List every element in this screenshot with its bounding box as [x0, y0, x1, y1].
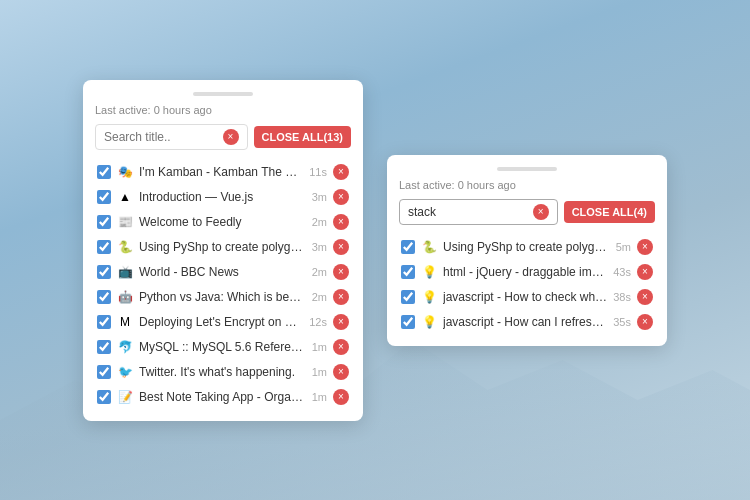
- tab-checkbox[interactable]: [97, 190, 111, 204]
- tab-close-icon[interactable]: ×: [637, 264, 653, 280]
- tab-close-icon[interactable]: ×: [333, 214, 349, 230]
- scroll-bar-2: [497, 167, 557, 171]
- tab-item: 📺 World - BBC News 2m ×: [95, 260, 351, 284]
- close-all-button-2[interactable]: CLOSE ALL(4): [564, 201, 655, 223]
- tab-checkbox[interactable]: [97, 390, 111, 404]
- tab-time: 3m: [312, 241, 327, 253]
- tab-title: html - jQuery - draggable images...: [443, 265, 607, 279]
- tab-favicon: 🐬: [117, 339, 133, 355]
- tab-time: 35s: [613, 316, 631, 328]
- tab-item: ▲ Introduction — Vue.js 3m ×: [95, 185, 351, 209]
- tab-favicon: M: [117, 314, 133, 330]
- tab-title: Welcome to Feedly: [139, 215, 306, 229]
- tab-checkbox[interactable]: [401, 265, 415, 279]
- tab-checkbox[interactable]: [401, 315, 415, 329]
- tab-title: Introduction — Vue.js: [139, 190, 306, 204]
- tab-title: Using PyShp to create polygon s...: [443, 240, 610, 254]
- tab-favicon: 💡: [421, 289, 437, 305]
- tab-item: M Deploying Let's Encrypt on an A... 12s…: [95, 310, 351, 334]
- tab-checkbox[interactable]: [97, 290, 111, 304]
- tab-time: 5m: [616, 241, 631, 253]
- tab-time: 3m: [312, 191, 327, 203]
- tab-time: 43s: [613, 266, 631, 278]
- tab-favicon: 💡: [421, 264, 437, 280]
- tab-time: 11s: [309, 166, 327, 178]
- tab-close-icon[interactable]: ×: [333, 389, 349, 405]
- search-input-2[interactable]: [408, 205, 533, 219]
- tab-item: 🤖 Python vs Java: Which is best? ... 2m …: [95, 285, 351, 309]
- tab-checkbox[interactable]: [401, 240, 415, 254]
- tab-checkbox[interactable]: [97, 265, 111, 279]
- tab-title: Best Note Taking App - Organizing...: [139, 390, 306, 404]
- tab-time: 1m: [312, 366, 327, 378]
- tab-close-icon[interactable]: ×: [333, 364, 349, 380]
- tab-checkbox[interactable]: [97, 240, 111, 254]
- tab-item: 💡 javascript - How to check wheth... 38s…: [399, 285, 655, 309]
- tab-close-icon[interactable]: ×: [637, 239, 653, 255]
- tab-favicon: 🤖: [117, 289, 133, 305]
- tab-item: 🐍 Using PyShp to create polygon s... 5m …: [399, 235, 655, 259]
- tab-close-icon[interactable]: ×: [333, 164, 349, 180]
- search-box-1[interactable]: ×: [95, 124, 248, 150]
- search-clear-2[interactable]: ×: [533, 204, 549, 220]
- tab-item: 📝 Best Note Taking App - Organizing... 1…: [95, 385, 351, 409]
- tab-close-icon[interactable]: ×: [333, 189, 349, 205]
- tab-title: World - BBC News: [139, 265, 306, 279]
- tab-title: javascript - How to check wheth...: [443, 290, 607, 304]
- tab-item: 💡 html - jQuery - draggable images... 43…: [399, 260, 655, 284]
- tab-close-icon[interactable]: ×: [637, 289, 653, 305]
- tab-favicon: 🐍: [421, 239, 437, 255]
- tab-close-icon[interactable]: ×: [333, 339, 349, 355]
- tab-list-2: 🐍 Using PyShp to create polygon s... 5m …: [399, 235, 655, 334]
- tab-checkbox[interactable]: [97, 340, 111, 354]
- close-all-button-1[interactable]: CLOSE ALL(13): [254, 126, 352, 148]
- tab-title: Deploying Let's Encrypt on an A...: [139, 315, 303, 329]
- tab-time: 1m: [312, 341, 327, 353]
- tab-title: javascript - How can I refresh a p...: [443, 315, 607, 329]
- tab-checkbox[interactable]: [97, 215, 111, 229]
- tab-close-icon[interactable]: ×: [333, 314, 349, 330]
- last-active-1: Last active: 0 hours ago: [95, 104, 351, 116]
- tab-checkbox[interactable]: [97, 165, 111, 179]
- tab-close-icon[interactable]: ×: [333, 289, 349, 305]
- toolbar-2: × CLOSE ALL(4): [399, 199, 655, 225]
- tab-time: 2m: [312, 266, 327, 278]
- tab-close-icon[interactable]: ×: [333, 264, 349, 280]
- scroll-bar-1: [193, 92, 253, 96]
- tab-checkbox[interactable]: [97, 315, 111, 329]
- tab-checkbox[interactable]: [97, 365, 111, 379]
- tab-favicon: ▲: [117, 189, 133, 205]
- tab-favicon: 🐍: [117, 239, 133, 255]
- tab-favicon: 📝: [117, 389, 133, 405]
- tab-title: Using PyShp to create polygon s...: [139, 240, 306, 254]
- last-active-2: Last active: 0 hours ago: [399, 179, 655, 191]
- tab-title: I'm Kamban - Kamban The Maker: [139, 165, 303, 179]
- toolbar-1: × CLOSE ALL(13): [95, 124, 351, 150]
- tab-close-icon[interactable]: ×: [637, 314, 653, 330]
- tab-item: 🐦 Twitter. It's what's happening. 1m ×: [95, 360, 351, 384]
- tab-favicon: 📺: [117, 264, 133, 280]
- tab-item: 🐬 MySQL :: MySQL 5.6 Reference ... 1m ×: [95, 335, 351, 359]
- search-input-1[interactable]: [104, 130, 223, 144]
- tab-item: 🐍 Using PyShp to create polygon s... 3m …: [95, 235, 351, 259]
- tab-list-1: 🎭 I'm Kamban - Kamban The Maker 11s × ▲ …: [95, 160, 351, 409]
- tab-time: 38s: [613, 291, 631, 303]
- tab-time: 1m: [312, 391, 327, 403]
- tab-time: 2m: [312, 216, 327, 228]
- tab-favicon: 🐦: [117, 364, 133, 380]
- search-clear-1[interactable]: ×: [223, 129, 239, 145]
- tab-item: 📰 Welcome to Feedly 2m ×: [95, 210, 351, 234]
- search-box-2[interactable]: ×: [399, 199, 558, 225]
- tab-time: 12s: [309, 316, 327, 328]
- panel-1: Last active: 0 hours ago × CLOSE ALL(13)…: [83, 80, 363, 421]
- tab-checkbox[interactable]: [401, 290, 415, 304]
- tab-title: MySQL :: MySQL 5.6 Reference ...: [139, 340, 306, 354]
- tab-time: 2m: [312, 291, 327, 303]
- tab-title: Twitter. It's what's happening.: [139, 365, 306, 379]
- tab-close-icon[interactable]: ×: [333, 239, 349, 255]
- tab-item: 💡 javascript - How can I refresh a p... …: [399, 310, 655, 334]
- panel-2: Last active: 0 hours ago × CLOSE ALL(4) …: [387, 155, 667, 346]
- tab-favicon: 🎭: [117, 164, 133, 180]
- tab-item: 🎭 I'm Kamban - Kamban The Maker 11s ×: [95, 160, 351, 184]
- tab-favicon: 📰: [117, 214, 133, 230]
